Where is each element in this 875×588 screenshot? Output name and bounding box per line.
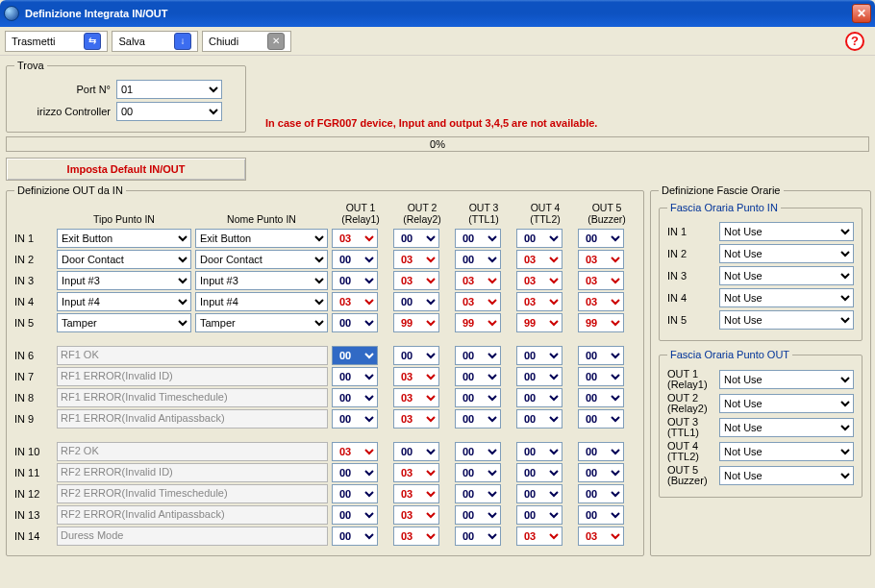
out-value-select[interactable]: 00 bbox=[578, 346, 624, 365]
out-value-select[interactable]: 00 bbox=[455, 388, 501, 407]
out-value-select[interactable]: 03 bbox=[578, 250, 624, 269]
out-value-select[interactable]: 00 bbox=[578, 484, 624, 503]
fascia-in-select[interactable]: Not Use bbox=[719, 266, 854, 285]
out-value-select[interactable]: 00 bbox=[332, 250, 378, 269]
fascia-out-row: OUT 5(Buzzer)Not Use bbox=[667, 465, 854, 486]
out-value-select[interactable]: 00 bbox=[516, 505, 562, 525]
fascia-in-select[interactable]: Not Use bbox=[719, 244, 854, 263]
fascia-out-select[interactable]: Not Use bbox=[719, 370, 854, 389]
out-value-select[interactable]: 00 bbox=[578, 409, 624, 429]
fascia-out-select[interactable]: Not Use bbox=[719, 418, 854, 437]
close-button[interactable]: Chiudi ✕ bbox=[202, 31, 291, 52]
out-value-select[interactable]: 99 bbox=[393, 313, 439, 332]
out-value-select[interactable]: 00 bbox=[455, 527, 501, 546]
out-value-select[interactable]: 03 bbox=[578, 292, 624, 311]
port-select[interactable]: 01 bbox=[116, 80, 222, 99]
in-row: IN 7RF1 ERROR(Invalid ID)0003000000 bbox=[14, 367, 636, 386]
close-window-button[interactable]: ✕ bbox=[852, 4, 871, 23]
in-type-select[interactable]: Door Contact bbox=[57, 250, 191, 269]
out-value-select[interactable]: 00 bbox=[516, 229, 562, 248]
out-value-select[interactable]: 03 bbox=[393, 271, 439, 290]
out-value-select[interactable]: 00 bbox=[516, 463, 562, 482]
fascia-in-select[interactable]: Not Use bbox=[719, 288, 854, 307]
out-value-select[interactable]: 00 bbox=[332, 463, 378, 482]
out-value-select[interactable]: 00 bbox=[393, 346, 439, 365]
out-value-select[interactable]: 00 bbox=[578, 505, 624, 525]
out-value-select[interactable]: 00 bbox=[455, 409, 501, 429]
save-button[interactable]: Salva ↓ bbox=[112, 31, 198, 52]
in-type-select[interactable]: Tamper bbox=[57, 313, 191, 332]
in-type-select[interactable]: Exit Button bbox=[57, 229, 191, 248]
out-value-select[interactable]: 00 bbox=[332, 527, 378, 546]
out-value-select[interactable]: 00 bbox=[455, 346, 501, 365]
out-value-select[interactable]: 00 bbox=[578, 229, 624, 248]
out-value-select[interactable]: 00 bbox=[578, 367, 624, 386]
out-value-select[interactable]: 03 bbox=[393, 409, 439, 429]
out-value-select[interactable]: 03 bbox=[393, 250, 439, 269]
fascia-out-select[interactable]: Not Use bbox=[719, 466, 854, 485]
out-value-select[interactable]: 03 bbox=[393, 388, 439, 407]
fascia-out-select[interactable]: Not Use bbox=[719, 442, 854, 461]
out-value-select[interactable]: 03 bbox=[393, 527, 439, 546]
out-value-select[interactable]: 00 bbox=[332, 388, 378, 407]
out-value-select[interactable]: 00 bbox=[455, 367, 501, 386]
out-value-select[interactable]: 03 bbox=[332, 292, 378, 311]
out-value-select[interactable]: 99 bbox=[455, 313, 501, 332]
fascia-in-select[interactable]: Not Use bbox=[719, 310, 854, 330]
in-name-select[interactable]: Door Contact bbox=[195, 250, 328, 269]
in-name-select[interactable]: Exit Button bbox=[195, 229, 328, 248]
out-value-select[interactable]: 00 bbox=[516, 388, 562, 407]
default-inout-button[interactable]: Imposta Default IN/OUT bbox=[6, 158, 246, 181]
out-value-select[interactable]: 00 bbox=[455, 505, 501, 525]
out-value-select[interactable]: 00 bbox=[393, 292, 439, 311]
out-value-select[interactable]: 00 bbox=[332, 505, 378, 525]
help-button[interactable]: ? bbox=[845, 32, 864, 51]
in-name-select[interactable]: Input #3 bbox=[195, 271, 328, 290]
out-value-select[interactable]: 00 bbox=[332, 346, 378, 365]
out-value-select[interactable]: 00 bbox=[516, 442, 562, 461]
out-value-select[interactable]: 00 bbox=[455, 229, 501, 248]
out-value-select[interactable]: 00 bbox=[332, 313, 378, 332]
out-value-select[interactable]: 00 bbox=[455, 484, 501, 503]
in-name-select[interactable]: Tamper bbox=[195, 313, 328, 332]
out-value-select[interactable]: 99 bbox=[578, 313, 624, 332]
out-value-select[interactable]: 00 bbox=[578, 388, 624, 407]
out-value-select[interactable]: 00 bbox=[332, 271, 378, 290]
out-value-select[interactable]: 03 bbox=[516, 527, 562, 546]
out-value-select[interactable]: 03 bbox=[393, 505, 439, 525]
transmit-button[interactable]: Trasmetti ⇆ bbox=[5, 31, 108, 52]
controller-select[interactable]: 00 bbox=[116, 102, 222, 121]
out-value-select[interactable]: 00 bbox=[393, 229, 439, 248]
out-value-select[interactable]: 00 bbox=[516, 367, 562, 386]
out-value-select[interactable]: 03 bbox=[455, 292, 501, 311]
fascia-out-select[interactable]: Not Use bbox=[719, 394, 854, 413]
out-value-select[interactable]: 03 bbox=[578, 527, 624, 546]
out-value-select[interactable]: 00 bbox=[516, 346, 562, 365]
out-value-select[interactable]: 03 bbox=[578, 271, 624, 290]
out-value-select[interactable]: 00 bbox=[393, 442, 439, 461]
fascia-in-select[interactable]: Not Use bbox=[719, 222, 854, 241]
out-value-select[interactable]: 03 bbox=[393, 367, 439, 386]
out-value-select[interactable]: 00 bbox=[332, 367, 378, 386]
out-value-select[interactable]: 99 bbox=[516, 313, 562, 332]
out-value-select[interactable]: 00 bbox=[578, 442, 624, 461]
out-value-select[interactable]: 00 bbox=[455, 442, 501, 461]
out-value-select[interactable]: 03 bbox=[516, 250, 562, 269]
out-value-select[interactable]: 00 bbox=[516, 484, 562, 503]
out-value-select[interactable]: 00 bbox=[332, 484, 378, 503]
out-value-select[interactable]: 03 bbox=[332, 442, 378, 461]
in-type-select[interactable]: Input #4 bbox=[57, 292, 191, 311]
out-value-select[interactable]: 03 bbox=[393, 463, 439, 482]
out-value-select[interactable]: 00 bbox=[578, 463, 624, 482]
out-value-select[interactable]: 03 bbox=[332, 229, 378, 248]
out-value-select[interactable]: 00 bbox=[455, 463, 501, 482]
out-value-select[interactable]: 03 bbox=[393, 484, 439, 503]
out-value-select[interactable]: 03 bbox=[516, 271, 562, 290]
out-value-select[interactable]: 00 bbox=[332, 409, 378, 429]
in-type-select[interactable]: Input #3 bbox=[57, 271, 191, 290]
out-value-select[interactable]: 03 bbox=[455, 271, 501, 290]
out-value-select[interactable]: 00 bbox=[516, 409, 562, 429]
out-value-select[interactable]: 03 bbox=[516, 292, 562, 311]
out-value-select[interactable]: 00 bbox=[455, 250, 501, 269]
in-name-select[interactable]: Input #4 bbox=[195, 292, 328, 311]
